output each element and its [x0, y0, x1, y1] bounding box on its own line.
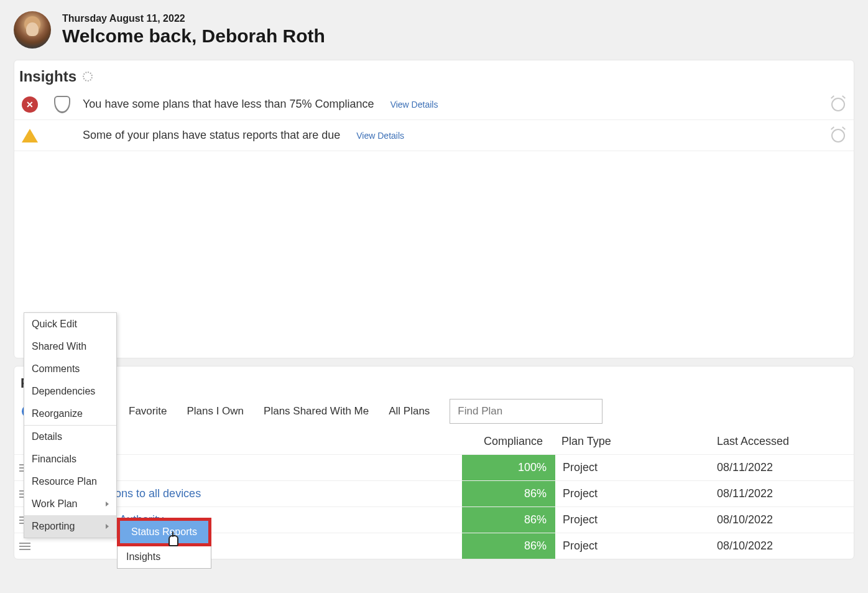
error-icon: ✕: [22, 96, 38, 113]
insight-text: You have some plans that have less than …: [83, 98, 374, 111]
submenu-insights[interactable]: Insights: [118, 546, 211, 568]
menu-dependencies[interactable]: Dependencies: [24, 380, 116, 403]
insight-row-compliance: ✕ You have some plans that have less tha…: [14, 89, 854, 120]
drag-icon[interactable]: [14, 543, 45, 550]
last-accessed-value: 08/10/2022: [711, 539, 854, 553]
table-row[interactable]: port applications to all devices 86% Pro…: [14, 480, 854, 507]
tab-all-plans[interactable]: All Plans: [389, 405, 430, 418]
compliance-value: 86%: [462, 481, 555, 507]
context-menu: Quick Edit Shared With Comments Dependen…: [24, 312, 117, 538]
submenu-status-reports[interactable]: Status Reports: [118, 518, 211, 546]
insight-row-status-reports: Some of your plans have status reports t…: [14, 120, 854, 151]
last-accessed-value: 08/11/2022: [711, 461, 854, 474]
menu-reporting-label: Reporting: [32, 521, 75, 532]
last-accessed-value: 08/11/2022: [711, 487, 854, 500]
alarm-icon[interactable]: [831, 98, 845, 111]
current-date: Thursday August 11, 2022: [62, 13, 325, 24]
plan-type-value: Project: [555, 487, 711, 500]
col-compliance: Compliance: [462, 435, 555, 448]
col-last-accessed: Last Accessed: [711, 435, 854, 448]
search-input[interactable]: [450, 399, 603, 424]
tab-plans-i-own[interactable]: Plans I Own: [187, 405, 244, 418]
menu-quick-edit[interactable]: Quick Edit: [24, 313, 116, 335]
tab-favorite[interactable]: Favorite: [129, 405, 167, 418]
refresh-icon[interactable]: [83, 72, 93, 82]
menu-comments[interactable]: Comments: [24, 358, 116, 380]
menu-work-plan-label: Work Plan: [32, 498, 78, 510]
welcome-message: Welcome back, Deborah Roth: [62, 26, 325, 47]
menu-work-plan[interactable]: Work Plan: [24, 493, 116, 515]
view-details-link[interactable]: View Details: [356, 131, 404, 141]
insights-card: Insights ✕ You have some plans that have…: [14, 60, 854, 358]
menu-details[interactable]: Details: [24, 425, 116, 448]
shield-icon: [54, 96, 70, 113]
cursor-icon: [167, 531, 179, 546]
compliance-value: 86%: [462, 533, 555, 559]
menu-financials[interactable]: Financials: [24, 448, 116, 470]
insight-text: Some of your plans have status reports t…: [83, 129, 340, 142]
plan-type-value: Project: [555, 513, 711, 526]
alarm-icon[interactable]: [831, 129, 845, 142]
chevron-right-icon: [106, 524, 109, 529]
plans-table-header: Compliance Plan Type Last Accessed: [14, 430, 854, 454]
last-accessed-value: 08/10/2022: [711, 513, 854, 526]
menu-reorganize[interactable]: Reorganize: [24, 403, 116, 425]
insights-title: Insights: [19, 68, 76, 85]
table-row[interactable]: 100% Project 08/11/2022: [14, 454, 854, 480]
warning-icon: [22, 129, 38, 142]
menu-resource-plan[interactable]: Resource Plan: [24, 470, 116, 493]
col-plan-type: Plan Type: [555, 435, 711, 448]
plan-type-value: Project: [555, 461, 711, 474]
reporting-submenu: Status Reports Insights: [117, 518, 211, 569]
avatar[interactable]: [14, 11, 51, 49]
plans-title: P: [14, 369, 854, 394]
tab-plans-shared[interactable]: Plans Shared With Me: [264, 405, 369, 418]
plan-type-value: Project: [555, 539, 711, 553]
insights-title-row: Insights: [14, 60, 854, 89]
compliance-value: 86%: [462, 507, 555, 533]
plans-tabs: + Favorite Plans I Own Plans Shared With…: [14, 394, 854, 430]
menu-shared-with[interactable]: Shared With: [24, 335, 116, 358]
header-text-block: Thursday August 11, 2022 Welcome back, D…: [62, 13, 325, 47]
compliance-value: 100%: [462, 455, 555, 480]
view-details-link[interactable]: View Details: [390, 100, 438, 110]
menu-reporting[interactable]: Reporting: [24, 515, 116, 538]
page-header: Thursday August 11, 2022 Welcome back, D…: [0, 0, 868, 55]
chevron-right-icon: [106, 502, 109, 507]
